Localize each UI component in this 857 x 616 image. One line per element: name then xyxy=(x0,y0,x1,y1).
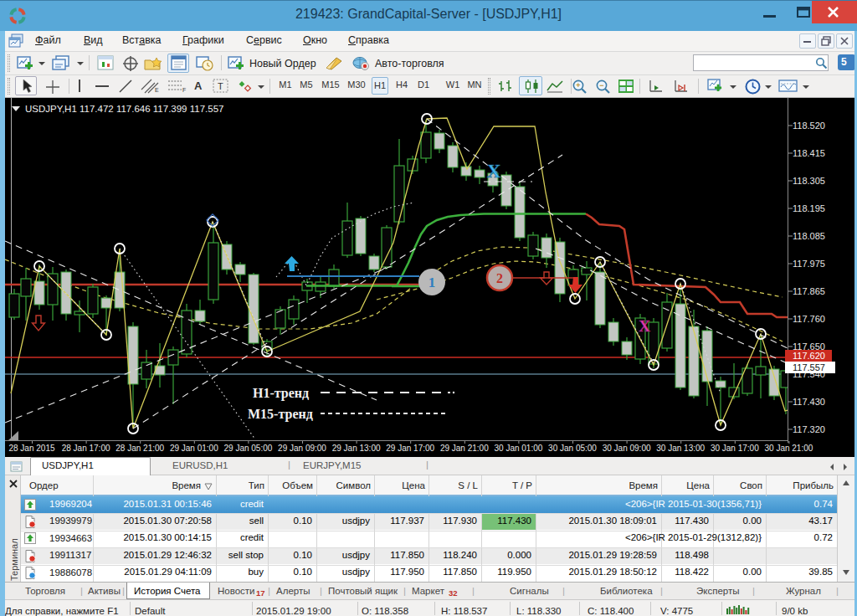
svg-text:117.620: 117.620 xyxy=(793,351,825,361)
svg-text:118.305: 118.305 xyxy=(793,176,825,186)
svg-text:29 Jan 17:00: 29 Jan 17:00 xyxy=(386,444,434,453)
svg-text:30 Jan 09:00: 30 Jan 09:00 xyxy=(603,444,651,453)
svg-text:T: T xyxy=(218,81,223,91)
svg-text:30 Jan 21:00: 30 Jan 21:00 xyxy=(764,444,813,453)
svg-text:28 Jan 2015: 28 Jan 2015 xyxy=(8,444,54,453)
svg-text:117.320: 117.320 xyxy=(793,424,825,434)
svg-text:29 Jan 05:00: 29 Jan 05:00 xyxy=(223,444,272,453)
svg-text:117.430: 117.430 xyxy=(793,397,825,407)
svg-text:29 Jan 21:00: 29 Jan 21:00 xyxy=(440,444,489,453)
svg-text:117.760: 117.760 xyxy=(793,314,825,324)
svg-text:30 Jan 01:00: 30 Jan 01:00 xyxy=(494,444,542,453)
svg-text:USDJPY,H1 117.472 117.646 117: USDJPY,H1 117.472 117.646 117.399 117.55… xyxy=(25,104,223,114)
svg-text:118.415: 118.415 xyxy=(793,148,825,158)
svg-text:30 Jan 05:00: 30 Jan 05:00 xyxy=(548,444,597,453)
svg-text:118.195: 118.195 xyxy=(793,203,825,213)
svg-text:X: X xyxy=(639,317,650,335)
svg-text:29 Jan 01:00: 29 Jan 01:00 xyxy=(170,444,218,453)
svg-text:117.975: 117.975 xyxy=(793,259,825,269)
svg-text:X: X xyxy=(487,161,501,182)
svg-text:F: F xyxy=(182,87,186,93)
svg-text:118.085: 118.085 xyxy=(793,231,825,241)
svg-text:1: 1 xyxy=(428,275,436,290)
svg-text:28 Jan 21:00: 28 Jan 21:00 xyxy=(115,444,164,453)
svg-text:117.865: 117.865 xyxy=(793,286,825,296)
svg-text:2: 2 xyxy=(496,271,503,285)
svg-text:−: − xyxy=(599,81,603,90)
svg-text:30 Jan 17:00: 30 Jan 17:00 xyxy=(711,444,759,453)
svg-text:М15-тренд: М15-тренд xyxy=(248,407,313,422)
svg-text:29 Jan 13:00: 29 Jan 13:00 xyxy=(332,444,381,453)
svg-text:28 Jan 17:00: 28 Jan 17:00 xyxy=(62,444,110,453)
svg-text:+: + xyxy=(576,81,580,90)
svg-text:118.520: 118.520 xyxy=(793,121,825,131)
svg-text:E: E xyxy=(155,87,159,93)
svg-text:30 Jan 13:00: 30 Jan 13:00 xyxy=(656,444,705,453)
svg-text:Н1-тренд: Н1-тренд xyxy=(253,386,309,401)
svg-text:29 Jan 09:00: 29 Jan 09:00 xyxy=(278,444,326,453)
svg-text:117.557: 117.557 xyxy=(793,362,825,372)
